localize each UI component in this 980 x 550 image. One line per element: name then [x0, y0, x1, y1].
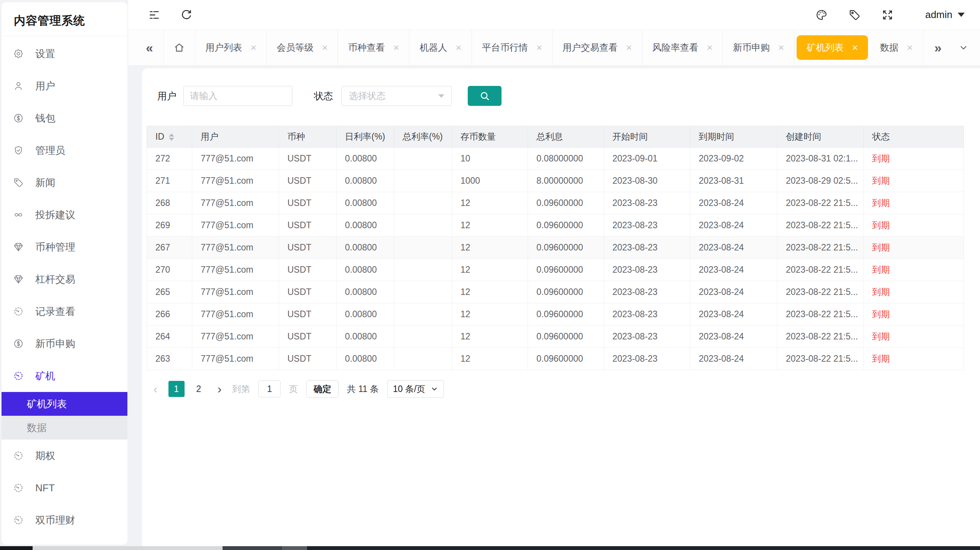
sidebar-item-label: 设置 [35, 47, 55, 61]
user-filter-input[interactable] [183, 86, 292, 106]
status-select-placeholder: 选择状态 [349, 90, 386, 102]
sidebar-item-币种管理[interactable]: 币种管理 [2, 231, 127, 263]
refresh-icon[interactable] [180, 9, 193, 21]
status-badge: 到期 [864, 192, 964, 214]
table-cell: 12 [452, 214, 528, 237]
sidebar-item-期权[interactable]: 期权 [2, 440, 127, 472]
sidebar-item-NFT[interactable]: NFT [2, 472, 127, 504]
sidebar-item-用户[interactable]: 用户 [2, 70, 127, 102]
sidebar-item-新币申购[interactable]: 新币申购 [2, 328, 127, 360]
tab-close-icon[interactable]: × [778, 43, 784, 53]
sidebar-item-label: 币种管理 [35, 240, 75, 254]
table-cell: USDT [279, 148, 337, 170]
goto-page-input[interactable] [258, 380, 280, 397]
table-cell [394, 348, 452, 370]
tab-close-icon[interactable]: × [707, 43, 713, 53]
sidebar-item-钱包[interactable]: 钱包 [2, 102, 127, 134]
tab-用户交易查看[interactable]: 用户交易查看 × [553, 30, 642, 65]
table-cell: 265 [147, 281, 192, 303]
table-cell: 266 [147, 303, 192, 326]
search-button[interactable] [468, 86, 502, 106]
table-cell [394, 214, 452, 237]
tab-风险率查看[interactable]: 风险率查看 × [642, 30, 723, 65]
sidebar-item-投拆建议[interactable]: 投拆建议 [2, 199, 127, 231]
table-cell: 2023-08-23 [604, 303, 690, 326]
tabs-right-controls: » [927, 30, 968, 65]
tab-label: 平台币行情 [482, 41, 528, 54]
sidebar-item-双币理财[interactable]: 双币理财 [2, 504, 127, 536]
tab-会员等级[interactable]: 会员等级 × [267, 30, 338, 65]
sidebar-item-label: 管理员 [35, 144, 65, 157]
sidebar-item-记录查看[interactable]: 记录查看 [2, 295, 127, 328]
table-cell: 777@51.com [192, 214, 279, 237]
tabs-dropdown-icon[interactable] [959, 43, 968, 53]
tab-新币申购[interactable]: 新币申购 × [723, 30, 794, 65]
menu-fold-icon[interactable] [148, 9, 160, 21]
double-chevron-right-icon[interactable]: » [934, 40, 942, 55]
table-cell: 777@51.com [192, 348, 279, 370]
page-size-select[interactable]: 10 条/页 [387, 380, 444, 398]
tab-矿机列表[interactable]: 矿机列表 × [797, 35, 868, 60]
sidebar-menu: 设置 用户 钱包 管理员 新闻 投拆建议 币种管理 杠杆交易 记录查看 新币申购 [2, 36, 127, 545]
column-header-币种: 币种 [279, 126, 337, 148]
status-filter-label: 状态 [314, 90, 333, 102]
sort-toggle-icon[interactable] [169, 133, 174, 141]
sidebar-item-管理员[interactable]: 管理员 [2, 134, 127, 166]
tab-数据[interactable]: 数据 × [870, 30, 923, 65]
gauge-icon [13, 482, 24, 493]
table-cell: 2023-08-23 [604, 326, 690, 348]
content-panel: 用户 状态 选择状态 ID用户币种日利率(%)总利率(%)存币数量总利 [142, 68, 980, 550]
tab-close-icon[interactable]: × [393, 43, 399, 53]
table-body: 272777@51.comUSDT0.00800100.080000002023… [147, 148, 964, 370]
horizontal-scrollbar-track[interactable] [33, 546, 223, 550]
table-row-271: 271777@51.comUSDT0.0080010008.0000000020… [147, 170, 964, 192]
data-table: ID用户币种日利率(%)总利率(%)存币数量总利息开始时间到期时间创建时间状态 … [147, 126, 964, 370]
tab-bar: « 用户列表 × 会员等级 × 币种查看 × 机器人 × 平台币行情 × 用户交… [128, 30, 980, 65]
goto-confirm-button[interactable]: 确定 [306, 380, 338, 398]
home-tab[interactable] [163, 30, 195, 65]
tab-close-icon[interactable]: × [536, 43, 542, 53]
goto-suffix-label: 页 [289, 383, 298, 395]
chevron-down-icon [958, 13, 965, 17]
page-button-2[interactable]: 2 [191, 381, 207, 397]
status-filter-select[interactable]: 选择状态 [342, 86, 452, 106]
tab-close-icon[interactable]: × [251, 43, 256, 53]
sidebar-subitem-数据[interactable]: 数据 [2, 416, 127, 440]
tab-平台币行情[interactable]: 平台币行情 × [472, 30, 553, 65]
gauge-icon [13, 371, 24, 381]
sidebar-item-新闻[interactable]: 新闻 [2, 166, 127, 199]
sidebar-item-站内信[interactable]: 站内信 [2, 536, 127, 545]
column-header-到期时间: 到期时间 [690, 126, 777, 148]
tab-close-icon[interactable]: × [455, 43, 461, 53]
table-cell: 263 [147, 348, 192, 370]
sidebar-item-label: 双币理财 [35, 514, 75, 527]
table-cell [394, 281, 452, 303]
tab-close-icon[interactable]: × [322, 43, 328, 53]
prev-page-icon[interactable]: ‹ [151, 382, 160, 396]
sidebar-item-设置[interactable]: 设置 [2, 38, 127, 70]
tab-用户列表[interactable]: 用户列表 × [195, 30, 267, 65]
sidebar: 内容管理系统 设置 用户 钱包 管理员 新闻 投拆建议 币种管理 杠杆交易 记录… [2, 2, 127, 545]
theme-palette-icon[interactable] [815, 9, 828, 21]
sidebar-subitem-矿机列表[interactable]: 矿机列表 [2, 392, 127, 416]
tag-icon [13, 177, 24, 188]
tab-close-icon[interactable]: × [626, 43, 632, 53]
tab-close-icon[interactable]: × [852, 43, 858, 53]
tab-close-icon[interactable]: × [907, 43, 913, 53]
tag-icon[interactable] [848, 9, 861, 21]
table-cell: 2023-08-31 [690, 170, 777, 192]
table-cell: 777@51.com [192, 170, 279, 192]
sidebar-item-矿机[interactable]: 矿机 [2, 360, 127, 392]
tab-机器人[interactable]: 机器人 × [409, 30, 472, 65]
user-menu[interactable]: admin [925, 9, 965, 21]
table-cell: 777@51.com [192, 303, 279, 326]
table-cell: 12 [452, 326, 528, 348]
column-header-ID: ID [147, 126, 192, 148]
tab-币种查看[interactable]: 币种查看 × [338, 30, 409, 65]
sidebar-item-杠杆交易[interactable]: 杠杆交易 [2, 263, 127, 295]
tabs-collapse-button[interactable]: « [136, 30, 163, 65]
fullscreen-icon[interactable] [881, 9, 894, 21]
tab-label: 风险率查看 [652, 41, 698, 54]
page-button-1[interactable]: 1 [168, 381, 185, 397]
next-page-icon[interactable]: › [215, 382, 224, 396]
